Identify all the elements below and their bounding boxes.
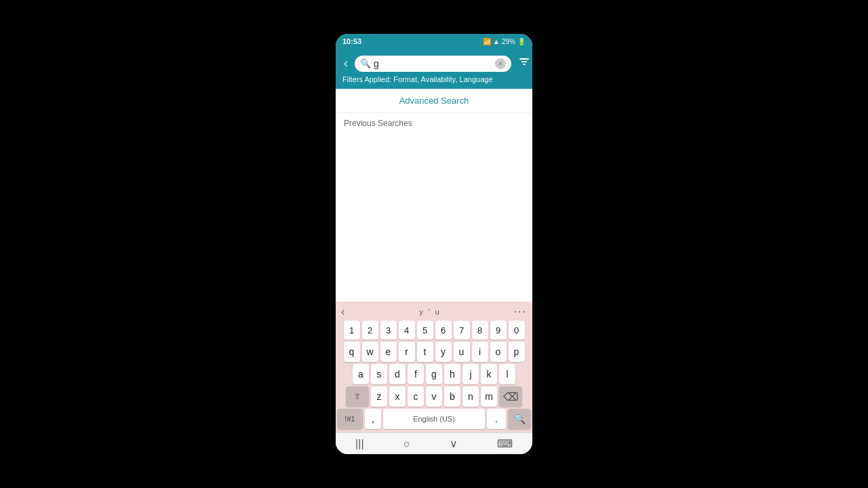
filters-text: Filters Applied: Format, Availability, L… [342, 75, 493, 83]
filter-button[interactable] [515, 54, 532, 73]
key-c[interactable]: c [408, 386, 424, 407]
nav-keyboard-button[interactable]: ⌨ [497, 437, 513, 450]
space-key[interactable]: English (US) [383, 409, 485, 429]
advanced-search-link[interactable]: Advanced Search [336, 89, 532, 113]
keyboard-chevron-icon[interactable]: ‹ [341, 306, 344, 318]
key-a[interactable]: a [353, 364, 369, 384]
key-g[interactable]: g· [426, 364, 442, 384]
clear-button[interactable]: × [495, 58, 506, 69]
search-bar: 🔍 × [355, 56, 511, 72]
main-content: Advanced Search Previous Searches [336, 89, 532, 302]
asdf-row: a s· d· f/ g· h· j· k· l· [337, 364, 531, 384]
nav-menu-button[interactable]: ||| [355, 438, 363, 450]
comma-key[interactable]: , [365, 409, 381, 429]
key-9[interactable]: 9 [490, 321, 507, 340]
key-l[interactable]: l· [499, 364, 515, 384]
keyboard-more-icon[interactable]: ··· [514, 306, 527, 318]
number-row: 1 2 3 4 5 6 7 8 9 0 [337, 321, 531, 340]
battery-text: 29% [502, 38, 515, 45]
status-icons: 📶 ▲ 29% 🔋 [483, 38, 526, 45]
header: ‹ 🔍 × [336, 49, 532, 73]
key-e[interactable]: e [380, 342, 397, 362]
signal-icon: ▲ [493, 38, 500, 45]
key-j[interactable]: j· [462, 364, 479, 384]
keyboard-top-row: ‹ y ' u ··· [337, 304, 531, 321]
svg-rect-2 [523, 64, 526, 65]
keyboard-suggestions: y ' u [419, 308, 439, 316]
key-i[interactable]: i [472, 342, 488, 362]
nav-back-button[interactable]: ∨ [450, 437, 458, 450]
filters-bar: Filters Applied: Format, Availability, L… [336, 73, 532, 89]
symbols-key[interactable]: !#1 [337, 409, 363, 429]
bottom-nav: ||| ○ ∨ ⌨ [336, 432, 532, 454]
key-p[interactable]: p [509, 342, 525, 362]
key-6[interactable]: 6 [435, 321, 452, 340]
svg-rect-1 [521, 61, 527, 62]
search-icon: 🔍 [360, 58, 371, 68]
qwerty-row: q w e r t y' u i o p [337, 342, 531, 362]
key-2[interactable]: 2 [362, 321, 378, 340]
suggestion-u[interactable]: u [435, 308, 439, 316]
key-r[interactable]: r [399, 342, 415, 362]
phone-container: 10:53 📶 ▲ 29% 🔋 ‹ 🔍 × Filters Applied: F… [336, 34, 532, 454]
search-results-area [336, 131, 532, 302]
key-3[interactable]: 3 [380, 321, 397, 340]
key-1[interactable]: 1 [344, 321, 360, 340]
nav-home-button[interactable]: ○ [403, 438, 410, 450]
key-7[interactable]: 7 [454, 321, 470, 340]
zxcv-row: ⇧ z x c v b n m ⌫ [337, 386, 531, 407]
key-8[interactable]: 8 [472, 321, 488, 340]
key-0[interactable]: 0 [509, 321, 525, 340]
key-x[interactable]: x [389, 386, 406, 407]
key-5[interactable]: 5 [417, 321, 433, 340]
suggestion-y[interactable]: y [419, 308, 423, 316]
status-time: 10:53 [342, 37, 361, 45]
search-input[interactable] [374, 58, 492, 69]
key-b[interactable]: b [444, 386, 460, 407]
key-4[interactable]: 4 [399, 321, 415, 340]
status-bar: 10:53 📶 ▲ 29% 🔋 [336, 34, 532, 49]
key-q[interactable]: q [344, 342, 360, 362]
suggestion-apostrophe[interactable]: ' [429, 308, 430, 316]
back-button[interactable]: ‹ [341, 55, 351, 72]
key-y[interactable]: y' [435, 342, 452, 362]
shift-key[interactable]: ⇧ [346, 386, 369, 407]
keyboard-bottom-row: !#1 , English (US) . 🔍 [337, 409, 531, 429]
backspace-key[interactable]: ⌫ [499, 386, 522, 407]
key-d[interactable]: d· [389, 364, 406, 384]
svg-rect-0 [519, 58, 529, 60]
key-n[interactable]: n [462, 386, 479, 407]
key-h[interactable]: h· [444, 364, 460, 384]
previous-searches-label: Previous Searches [336, 113, 532, 131]
keyboard: ‹ y ' u ··· 1 2 3 4 5 6 7 8 9 0 q w e r [336, 302, 532, 432]
key-o[interactable]: o [490, 342, 507, 362]
key-s[interactable]: s· [371, 364, 387, 384]
key-m[interactable]: m [481, 386, 497, 407]
battery-icon: 🔋 [517, 38, 526, 45]
key-k[interactable]: k· [481, 364, 497, 384]
key-f[interactable]: f/ [408, 364, 424, 384]
wifi-icon: 📶 [483, 38, 491, 45]
key-t[interactable]: t [417, 342, 433, 362]
key-w[interactable]: w [362, 342, 378, 362]
key-v[interactable]: v [426, 386, 442, 407]
keyboard-search-key[interactable]: 🔍 [508, 409, 531, 429]
key-z[interactable]: z [371, 386, 387, 407]
key-u[interactable]: u [454, 342, 470, 362]
period-key[interactable]: . [487, 409, 506, 429]
